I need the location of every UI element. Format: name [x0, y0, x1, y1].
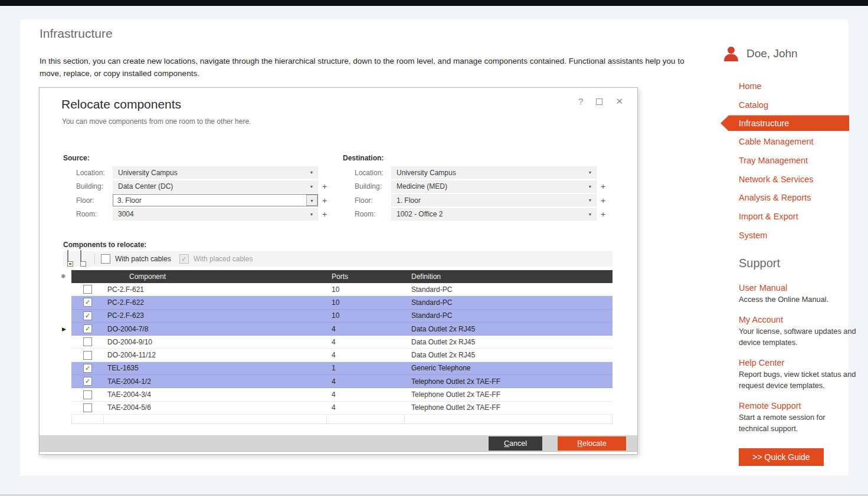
- row-checkbox[interactable]: ✓: [83, 390, 92, 399]
- with-placed-cables-checkbox: ✓: [179, 254, 189, 264]
- dialog-subtitle: You can move components from one room to…: [62, 117, 251, 126]
- column-header-ports[interactable]: Ports: [327, 272, 405, 281]
- sidebar-item-catalog[interactable]: Catalog: [720, 96, 868, 114]
- add-floor-button[interactable]: +: [598, 196, 608, 205]
- chevron-down-icon: ▼: [584, 212, 596, 216]
- row-checkbox[interactable]: ✓: [83, 311, 92, 320]
- ports-cell: 1: [327, 364, 405, 372]
- content-panel: Infrastructure In this section, you can …: [21, 19, 848, 475]
- cancel-button[interactable]: Cancel: [489, 436, 542, 451]
- definition-cell: Data Outlet 2x RJ45: [405, 325, 612, 333]
- support-section-title: Support: [739, 257, 868, 270]
- destination-location-dropdown[interactable]: University Campus ▼: [391, 166, 597, 179]
- column-header-component[interactable]: Component: [104, 272, 327, 281]
- definition-cell: Data Outlet 2x RJ45: [405, 338, 612, 346]
- definition-cell: Generic Telephone: [405, 364, 612, 372]
- source-building-dropdown[interactable]: Data Center (DC) ▼: [113, 180, 318, 193]
- sidebar-item-network-services[interactable]: Network & Services: [720, 170, 868, 189]
- component-cell: TAE-2004-1/2: [104, 377, 327, 386]
- support-link-help-center[interactable]: Help Center: [739, 358, 857, 367]
- table-row[interactable]: ✓ TEL-1635 1 Generic Telephone: [71, 362, 612, 375]
- user-account[interactable]: Doe, John: [723, 46, 868, 61]
- destination-room-row: Room: 1002 - Office 2 ▼ +: [355, 208, 632, 221]
- table-row[interactable]: ✓ PC-2.F-622 10 Standard-PC: [71, 296, 612, 309]
- component-cell: PC-2.F-623: [104, 311, 327, 320]
- relocate-components-dialog: Relocate components You can move compone…: [39, 87, 638, 455]
- relocate-button[interactable]: Relocate: [558, 436, 626, 451]
- field-label: Location:: [355, 169, 391, 177]
- source-building-row: Building: Data Center (DC) ▼ +: [76, 180, 353, 193]
- destination-floor-dropdown[interactable]: 1. Floor ▼: [391, 194, 597, 206]
- source-location-dropdown[interactable]: University Campus ▼: [113, 166, 318, 179]
- destination-building-row: Building: Medicine (MED) ▼ +: [355, 180, 632, 193]
- table-header: Component Ports Definition: [71, 270, 612, 283]
- destination-building-dropdown[interactable]: Medicine (MED) ▼: [391, 180, 597, 193]
- definition-cell: Telephone Outlet 2x TAE-FF: [405, 390, 612, 399]
- dialog-footer: Cancel Relocate: [40, 435, 637, 452]
- source-room-dropdown[interactable]: 3004 ▼: [113, 208, 318, 221]
- sidebar-item-infrastructure[interactable]: Infrastructure: [720, 115, 849, 131]
- source-floor-dropdown[interactable]: 3. Floor ▼: [113, 194, 318, 206]
- sidebar-item-tray-management[interactable]: Tray Management: [720, 151, 868, 170]
- help-icon[interactable]: ?: [578, 97, 583, 106]
- row-checkbox[interactable]: ✓: [83, 298, 92, 307]
- row-checkbox[interactable]: ✓: [83, 403, 92, 412]
- field-label: Room:: [76, 210, 113, 218]
- sidebar-item-home[interactable]: Home: [720, 77, 868, 96]
- table-row[interactable]: ✓ TAE-2004-1/2 4 Telephone Outlet 2x TAE…: [71, 375, 612, 388]
- add-building-button[interactable]: +: [319, 182, 330, 191]
- definition-cell: Telephone Outlet 2x TAE-FF: [405, 403, 612, 412]
- row-checkbox[interactable]: ✓: [83, 285, 92, 294]
- quick-guide-button[interactable]: >> Quick Guide: [739, 448, 824, 466]
- support-link-remote-support[interactable]: Remote Support: [739, 401, 857, 410]
- row-checkbox[interactable]: ✓: [83, 337, 92, 346]
- close-icon[interactable]: ✕: [615, 97, 623, 106]
- definition-cell: Data Outlet 2x RJ45: [405, 351, 612, 359]
- table-row[interactable]: ✓ DO-2004-9/10 4 Data Outlet 2x RJ45: [71, 336, 612, 349]
- with-patch-cables-checkbox[interactable]: ✓: [101, 254, 110, 264]
- row-checkbox[interactable]: ✓: [83, 351, 92, 360]
- row-marker-asterisk-icon: ✱: [61, 273, 65, 280]
- column-header-definition[interactable]: Definition: [405, 272, 612, 281]
- ports-cell: 4: [327, 390, 405, 399]
- select-all-icon[interactable]: [67, 251, 74, 267]
- sidebar-item-system[interactable]: System: [720, 226, 868, 245]
- chevron-down-icon: ▼: [306, 195, 317, 206]
- table-row[interactable]: ✓ TAE-2004-3/4 4 Telephone Outlet 2x TAE…: [71, 388, 612, 401]
- row-checkbox[interactable]: ✓: [83, 324, 92, 333]
- destination-location-row: Location: University Campus ▼: [355, 166, 632, 179]
- ports-cell: 10: [327, 285, 405, 294]
- destination-floor-row: Floor: 1. Floor ▼ +: [355, 194, 632, 206]
- component-cell: DO-2004-7/8: [104, 325, 327, 333]
- support-desc-my-account: Your license, software updates and devic…: [739, 326, 857, 348]
- add-room-button[interactable]: +: [598, 209, 608, 219]
- table-row[interactable]: ✓ PC-2.F-621 10 Standard-PC: [71, 283, 612, 296]
- maximize-icon[interactable]: [596, 98, 602, 105]
- field-label: Floor:: [355, 196, 391, 205]
- table-row[interactable]: ✓ DO-2004-11/12 4 Data Outlet 2x RJ45: [71, 349, 612, 362]
- table-empty-area: [71, 415, 612, 424]
- current-row-arrow-icon: ▶: [62, 326, 66, 332]
- support-link-user-manual[interactable]: User Manual: [739, 283, 857, 293]
- table-row[interactable]: ✓ TAE-2004-5/6 4 Telephone Outlet 2x TAE…: [71, 402, 612, 415]
- add-floor-button[interactable]: +: [319, 196, 330, 205]
- definition-cell: Standard-PC: [405, 298, 612, 307]
- sidebar-item-import-export[interactable]: Import & Export: [720, 207, 868, 226]
- chevron-down-icon: ▼: [584, 198, 596, 202]
- table-row[interactable]: ✓ DO-2004-7/8 4 Data Outlet 2x RJ45: [71, 323, 612, 336]
- component-cell: DO-2004-11/12: [104, 351, 327, 359]
- sidebar-item-cable-management[interactable]: Cable Management: [720, 132, 868, 151]
- table-row[interactable]: ✓ PC-2.F-623 10 Standard-PC: [71, 310, 612, 323]
- add-building-button[interactable]: +: [598, 182, 608, 191]
- row-checkbox[interactable]: ✓: [83, 364, 92, 373]
- ports-cell: 4: [327, 325, 405, 333]
- sidebar-item-analysis-reports[interactable]: Analysis & Reports: [720, 188, 868, 207]
- support-block-remote-support: Remote Support Start a remote session fo…: [739, 401, 857, 434]
- components-table: ✱ ▶ Component Ports Definition ✓ PC-2.F-…: [61, 270, 612, 424]
- row-checkbox[interactable]: ✓: [83, 377, 92, 386]
- destination-room-dropdown[interactable]: 1002 - Office 2 ▼: [391, 208, 597, 221]
- page-description: In this section, you can create new loca…: [40, 55, 706, 80]
- support-link-my-account[interactable]: My Account: [739, 315, 857, 324]
- add-room-button[interactable]: +: [319, 209, 330, 219]
- clear-selection-icon[interactable]: [80, 251, 87, 267]
